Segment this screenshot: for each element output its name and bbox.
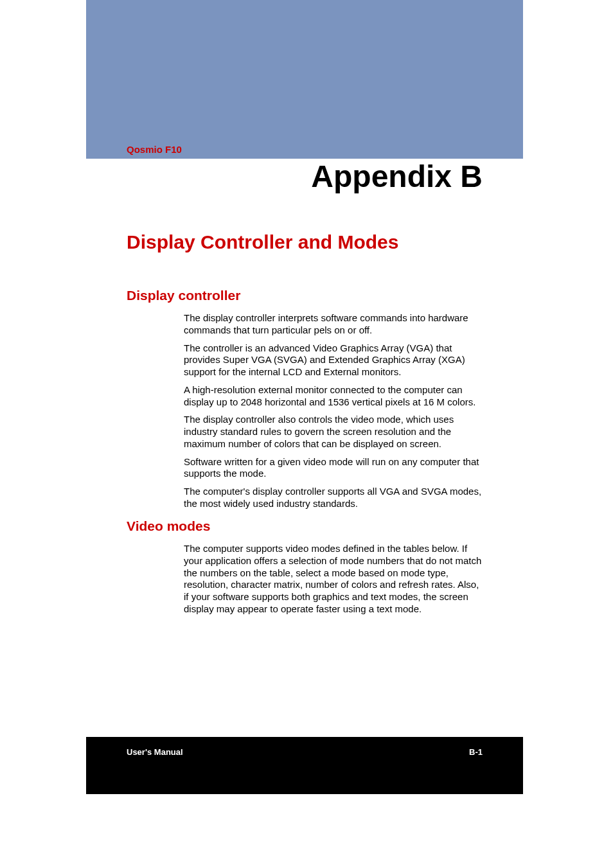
section-heading-video-modes: Video modes <box>127 518 210 534</box>
section-body-video-modes: The computer supports video modes define… <box>184 543 484 616</box>
paragraph: The controller is an advanced Video Grap… <box>184 342 484 378</box>
section-heading-display-controller: Display controller <box>127 288 240 303</box>
paragraph: The computer's display controller suppor… <box>184 486 484 510</box>
product-name: Qosmio F10 <box>127 144 182 155</box>
paragraph: Software written for a given video mode … <box>184 456 484 481</box>
footer-page-number: B-1 <box>469 747 483 757</box>
paragraph: A high-resolution external monitor conne… <box>184 384 484 409</box>
header-banner <box>86 0 523 159</box>
section-body-display-controller: The display controller interprets softwa… <box>184 312 484 516</box>
appendix-title: Appendix B <box>311 159 483 194</box>
footer-banner <box>86 737 523 794</box>
paragraph: The display controller also controls the… <box>184 414 484 450</box>
page-title: Display Controller and Modes <box>127 231 398 253</box>
paragraph: The display controller interprets softwa… <box>184 312 484 337</box>
paragraph: The computer supports video modes define… <box>184 543 484 616</box>
footer-left-text: User's Manual <box>127 747 183 757</box>
